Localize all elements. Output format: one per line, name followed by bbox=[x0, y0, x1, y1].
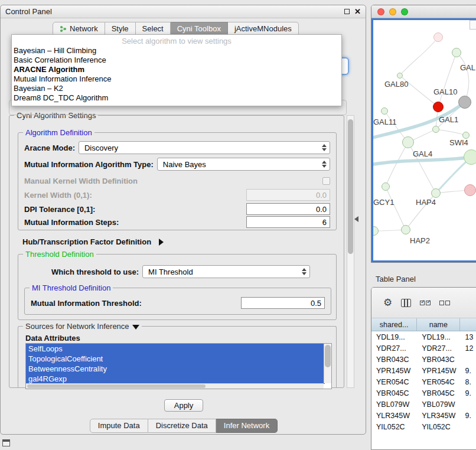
mi-threshold-field[interactable] bbox=[241, 297, 325, 309]
float-window-icon[interactable] bbox=[344, 9, 350, 14]
select-all-icon[interactable] bbox=[420, 301, 431, 305]
node-label: GCY1 bbox=[373, 198, 394, 207]
cell: 9. bbox=[460, 367, 476, 375]
table-row[interactable]: YBR045C YBR045C 9. bbox=[371, 387, 476, 399]
cell: YIL052C bbox=[371, 423, 417, 431]
close-icon[interactable]: ✕ bbox=[354, 8, 361, 15]
kernel-width-field[interactable] bbox=[246, 189, 330, 201]
graph-node-gal11[interactable] bbox=[381, 107, 388, 115]
dropdown-item[interactable]: Bayesian – K2 bbox=[12, 84, 341, 93]
attribute-item[interactable]: gal4RGexp bbox=[26, 374, 325, 384]
graph-node-gcy1[interactable] bbox=[382, 182, 390, 191]
column-header-shared-name[interactable]: shared... bbox=[371, 318, 417, 331]
which-threshold-combo[interactable]: MI Threshold bbox=[142, 265, 310, 278]
list-vertical-scrollbar[interactable] bbox=[324, 344, 331, 383]
manual-kernel-checkbox[interactable] bbox=[322, 177, 330, 185]
panel-collapse-arrow[interactable] bbox=[354, 216, 358, 222]
table-row[interactable]: YDR27... YDR27... 12 bbox=[371, 343, 476, 354]
aracne-mode-combo[interactable]: Discovery bbox=[79, 141, 330, 154]
graph-node[interactable] bbox=[464, 149, 476, 165]
table-row[interactable]: YBR043C YBR043C bbox=[371, 354, 476, 365]
kernel-width-label: Kernel Width (0,1): bbox=[24, 191, 92, 200]
tab-style-label: Style bbox=[112, 24, 129, 33]
mi-type-value: Naive Bayes bbox=[163, 160, 206, 169]
tab-discretize-data[interactable]: Discretize Data bbox=[148, 419, 216, 433]
graph-node-hap2[interactable] bbox=[401, 225, 410, 234]
tab-network-label: Network bbox=[70, 24, 98, 33]
mi-type-combo[interactable]: Naive Bayes bbox=[157, 158, 330, 171]
table-row[interactable]: YER054C YER054C 8. bbox=[371, 376, 476, 387]
mi-steps-label: Mutual Information Steps: bbox=[24, 218, 119, 227]
apply-button[interactable]: Apply bbox=[164, 399, 203, 412]
table-row[interactable]: YBL079W YBL079W bbox=[371, 399, 476, 410]
deselect-all-icon[interactable] bbox=[439, 301, 450, 305]
dpi-tolerance-label: DPI Tolerance [0,1]: bbox=[24, 205, 95, 214]
data-attributes-label: Data Attributes bbox=[25, 334, 80, 343]
minimize-traffic-light[interactable] bbox=[389, 8, 396, 15]
node-label: GAL11 bbox=[373, 118, 397, 126]
tab-infer-network[interactable]: Infer Network bbox=[216, 419, 278, 433]
list-horizontal-scrollbar[interactable] bbox=[26, 383, 324, 389]
attribute-item[interactable]: TopologicalCoefficient bbox=[26, 354, 325, 364]
canvas-scrollbar-button[interactable] bbox=[470, 20, 476, 30]
zoom-traffic-light[interactable] bbox=[401, 8, 408, 15]
expand-arrow-icon bbox=[159, 239, 164, 246]
graph-node[interactable] bbox=[433, 32, 443, 42]
cell: YDR27... bbox=[417, 344, 460, 353]
table-row[interactable]: YLR345W YLR345W 9. bbox=[371, 410, 476, 421]
mi-threshold-group: MI Threshold Definition Mutual Informati… bbox=[24, 288, 331, 315]
algorithm-definition-title: Algorithm Definition bbox=[23, 128, 94, 137]
scrollbar-thumb[interactable] bbox=[348, 119, 353, 254]
graph-node-hap4[interactable] bbox=[431, 188, 441, 198]
dropdown-item[interactable]: Bayesian – Hill Climbing bbox=[12, 46, 341, 56]
node-label: GAL80 bbox=[384, 80, 408, 89]
columns-icon[interactable] bbox=[401, 299, 411, 307]
hub-definition-label: Hub/Transcription Factor Definition bbox=[22, 237, 151, 246]
graph-node[interactable] bbox=[458, 96, 471, 109]
node-label: GAL1 bbox=[439, 115, 458, 124]
attribute-item[interactable]: SelfLoops bbox=[26, 344, 325, 354]
threshold-definition-group: Threshold Definition Which threshold to … bbox=[18, 254, 337, 320]
column-header-cut[interactable] bbox=[460, 318, 476, 331]
apply-row: Apply bbox=[1, 399, 367, 412]
table-row[interactable]: YPR145W YPR145W 9. bbox=[371, 365, 476, 376]
cell: YBR045C bbox=[417, 389, 460, 397]
collapse-arrow-icon bbox=[132, 325, 139, 330]
algorithm-definition-group: Algorithm Definition Aracne Mode: Discov… bbox=[18, 132, 337, 230]
close-traffic-light[interactable] bbox=[377, 8, 384, 15]
cyni-algorithm-settings-group: Cyni Algorithm Settings Algorithm Defini… bbox=[9, 115, 344, 388]
show-panel-icon[interactable] bbox=[2, 439, 10, 446]
graph-node-gal1[interactable] bbox=[432, 126, 439, 133]
network-canvas[interactable]: GAL80 GAL10 GAL11 GAL1 SWI4 GAL4 GCY1 HA… bbox=[371, 18, 476, 262]
graph-node-gal4[interactable] bbox=[402, 136, 414, 148]
graph-node[interactable] bbox=[464, 184, 476, 196]
dpi-tolerance-field[interactable] bbox=[246, 203, 330, 215]
combo-stepper-icon bbox=[302, 268, 307, 275]
scrollbar-thumb[interactable] bbox=[27, 384, 206, 388]
tab-jactivemnodules-label: jActiveMNodules bbox=[234, 24, 292, 33]
dropdown-item[interactable]: Mutual Information Inference bbox=[12, 74, 341, 84]
mi-steps-field[interactable] bbox=[246, 216, 330, 228]
network-tab-icon bbox=[60, 25, 67, 32]
sources-group-title[interactable]: Sources for Network Inference bbox=[23, 322, 142, 331]
column-header-name[interactable]: name bbox=[417, 318, 460, 331]
dropdown-item-selected[interactable]: ARACNE Algorithm bbox=[12, 65, 341, 74]
graph-node-gal80[interactable] bbox=[397, 73, 403, 79]
cell: 12 bbox=[460, 344, 476, 353]
table-row[interactable]: YIL052C YIL052C bbox=[371, 421, 476, 432]
attribute-item[interactable]: BetweennessCentrality bbox=[26, 364, 325, 374]
dropdown-item[interactable]: Basic Correlation Inference bbox=[12, 56, 341, 65]
graph-node[interactable] bbox=[452, 48, 461, 57]
dropdown-item[interactable]: Dream8 DC_TDC Algorithm bbox=[12, 93, 341, 103]
table-panel-window: ⚙ shared... name YDL19... YDL19... 13 bbox=[371, 287, 476, 450]
graph-node-gal10[interactable] bbox=[433, 102, 444, 112]
unchecked-box-icon bbox=[445, 301, 450, 305]
settings-vertical-scrollbar[interactable] bbox=[347, 115, 354, 388]
table-row[interactable]: YDL19... YDL19... 13 bbox=[371, 331, 476, 343]
tab-impute-data[interactable]: Impute Data bbox=[90, 419, 148, 433]
cell: YER054C bbox=[417, 378, 460, 386]
gear-icon[interactable]: ⚙ bbox=[383, 298, 392, 308]
hub-definition-toggle[interactable]: Hub/Transcription Factor Definition bbox=[22, 237, 164, 246]
scrollbar-thumb[interactable] bbox=[325, 345, 331, 367]
cell: 9. bbox=[460, 412, 476, 420]
